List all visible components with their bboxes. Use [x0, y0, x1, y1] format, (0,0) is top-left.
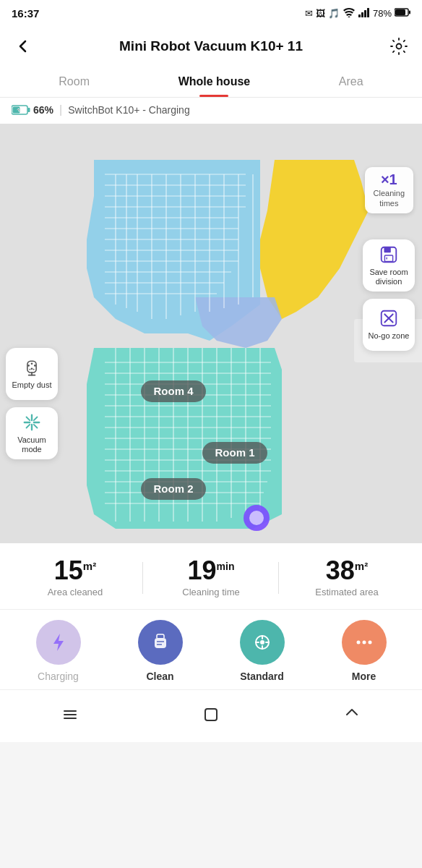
navigation-bar [0, 689, 422, 742]
svg-rect-4 [367, 8, 369, 17]
image-icon: 🖼 [316, 8, 325, 19]
cleaning-times-badge: ×1 Cleaningtimes [365, 167, 413, 213]
no-go-zone-label: No-go zone [369, 331, 410, 341]
wifi-icon [343, 7, 356, 20]
svg-point-32 [27, 365, 30, 367]
svg-point-59 [362, 641, 366, 644]
page-title: Mini Robot Vacuum K10+ 11 [119, 38, 303, 54]
signal-icon [358, 7, 370, 20]
empty-dust-label: Empty dust [12, 380, 51, 390]
mail-icon: ✉ [305, 8, 313, 19]
battery-icon [395, 8, 410, 19]
nav-home-button[interactable] [195, 699, 227, 731]
svg-point-58 [356, 641, 360, 644]
save-room-division-button[interactable]: Save roomdivision [363, 239, 415, 292]
svg-rect-49 [155, 638, 166, 648]
tab-whole-house[interactable]: Whole house [161, 67, 268, 97]
svg-rect-64 [205, 709, 217, 720]
more-button[interactable]: More [313, 620, 415, 682]
vacuum-mode-label: Vacuummode [17, 435, 46, 454]
svg-line-46 [34, 417, 38, 420]
svg-point-33 [31, 363, 33, 365]
svg-text:Room 4: Room 4 [153, 385, 194, 397]
stats-section: 15m² Area cleaned 19min Cleaning time 38… [0, 543, 422, 610]
cleaning-times-label: Cleaningtimes [374, 188, 405, 209]
tab-bar: Room Whole house Area [0, 67, 422, 98]
map-left-buttons: Empty dust Vacuummode [6, 348, 58, 459]
tab-area[interactable]: Area [322, 67, 381, 97]
battery-percent: 66% [33, 104, 53, 116]
save-room-division-label: Save roomdivision [369, 268, 408, 286]
status-icons: ✉ 🖼 🎵 78% [305, 7, 410, 20]
nav-back-button[interactable] [54, 699, 86, 731]
action-bar: Charging Clean Standard [0, 610, 422, 689]
separator: | [59, 103, 62, 116]
svg-point-36 [30, 369, 31, 370]
header: Mini Robot Vacuum K10+ 11 [0, 26, 422, 67]
svg-rect-11 [28, 108, 30, 112]
svg-point-21 [249, 511, 264, 525]
svg-rect-6 [395, 9, 405, 15]
svg-point-0 [348, 16, 350, 17]
map-right-buttons: Save roomdivision No-go zone [363, 239, 415, 351]
svg-rect-25 [384, 247, 390, 252]
svg-point-8 [396, 44, 401, 49]
empty-dust-button[interactable]: Empty dust [6, 348, 58, 400]
stat-area-cleaned: 15m² Area cleaned [7, 558, 143, 597]
svg-point-35 [31, 368, 33, 370]
nav-recent-button[interactable] [336, 699, 368, 731]
device-status-text: SwitchBot K10+ - Charging [68, 104, 189, 116]
svg-point-37 [33, 369, 35, 370]
cleaning-times-value: ×1 [374, 171, 405, 188]
back-button[interactable] [12, 35, 35, 58]
svg-line-47 [27, 425, 30, 428]
svg-rect-7 [409, 10, 410, 14]
svg-text:Room 2: Room 2 [153, 482, 193, 495]
standard-button[interactable]: Standard [211, 620, 313, 682]
battery-status: 78% [373, 8, 392, 19]
status-bar: 16:37 ✉ 🖼 🎵 78% [0, 0, 422, 26]
floor-map: Room 4 Room 1 Room 2 com [0, 124, 422, 543]
tab-room[interactable]: Room [41, 67, 107, 97]
status-time: 16:37 [12, 7, 39, 20]
vacuum-mode-button[interactable]: Vacuummode [6, 407, 58, 459]
svg-rect-3 [364, 10, 366, 17]
svg-line-44 [27, 417, 30, 420]
music-icon: 🎵 [328, 8, 340, 19]
device-status-row: 66% | SwitchBot K10+ - Charging [0, 98, 422, 124]
battery-level: 66% [12, 104, 53, 116]
no-go-zone-button[interactable]: No-go zone [363, 299, 415, 351]
map-container: Room 4 Room 1 Room 2 com ×1 Cleaningtime… [0, 124, 422, 543]
svg-marker-48 [53, 634, 64, 651]
svg-rect-2 [361, 12, 363, 17]
svg-text:Room 1: Room 1 [215, 446, 254, 459]
svg-rect-1 [358, 14, 361, 17]
svg-line-45 [34, 425, 38, 428]
stat-cleaning-time: 19min Cleaning time [143, 558, 279, 597]
svg-point-57 [260, 640, 264, 644]
svg-point-34 [34, 365, 36, 367]
svg-rect-26 [384, 255, 392, 261]
svg-point-60 [368, 641, 371, 644]
stat-estimated-area: 38m² Estimated area [279, 558, 415, 597]
charging-button[interactable]: Charging [7, 620, 109, 682]
settings-button[interactable] [387, 35, 410, 58]
clean-button[interactable]: Clean [109, 620, 211, 682]
